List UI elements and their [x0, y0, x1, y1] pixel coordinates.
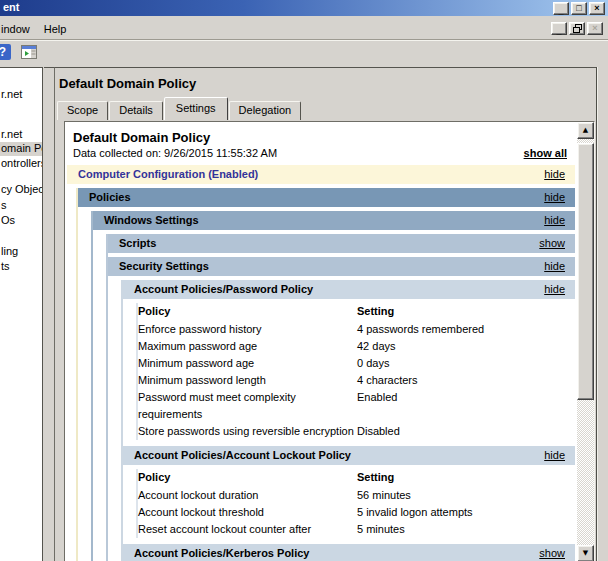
- section-label: Account Policies/Account Lockout Policy: [134, 449, 351, 461]
- section-band-computer-configuration: hideComputer Configuration (Enabled): [67, 165, 575, 184]
- page-title: Default Domain Policy: [59, 76, 196, 91]
- section-toggle-link[interactable]: show: [539, 234, 565, 253]
- policy-cell: Minimum password age: [138, 355, 357, 372]
- tree-item[interactable]: cy Objec: [0, 183, 42, 197]
- policy-cell: Account lockout duration: [138, 487, 357, 504]
- menu-item-help[interactable]: Help: [37, 21, 74, 37]
- policy-cell: 4 characters: [357, 372, 562, 389]
- scroll-up-icon[interactable]: ▲: [577, 122, 594, 139]
- mdi-close-icon[interactable]: ×: [587, 22, 603, 35]
- tab-strip: ScopeDetailsSettingsDelegation: [57, 97, 302, 120]
- column-header: Policy: [138, 303, 357, 321]
- vertical-scrollbar[interactable]: ▲ ▼: [577, 122, 594, 561]
- tree-item[interactable]: r.net: [0, 88, 42, 102]
- policy-cell: Minimum password length: [138, 372, 357, 389]
- policy-row: Minimum password length4 characters: [138, 372, 562, 389]
- policy-row: Reset account lockout counter after5 min…: [138, 521, 562, 538]
- tab-delegation[interactable]: Delegation: [229, 101, 302, 120]
- report-sections: hideComputer Configuration (Enabled)hide…: [67, 165, 575, 561]
- section-toggle-link[interactable]: hide: [544, 446, 565, 465]
- minimize-icon[interactable]: _: [553, 2, 569, 15]
- tree-item[interactable]: omain Po: [0, 142, 42, 156]
- tab-details[interactable]: Details: [109, 101, 163, 120]
- policy-table: PolicySettingEnforce password history4 p…: [138, 303, 562, 440]
- window-controls: _ □ ×: [553, 2, 605, 15]
- section-computer-configuration: hideComputer Configuration (Enabled)hide…: [67, 165, 575, 561]
- policy-table: PolicySettingAccount lockout duration56 …: [138, 469, 562, 538]
- scroll-down-icon[interactable]: ▼: [577, 545, 594, 561]
- tree-item[interactable]: ts: [0, 260, 42, 274]
- section-scripts: showScripts: [108, 234, 575, 253]
- results-pane: Default Domain Policy ScopeDetailsSettin…: [54, 67, 596, 561]
- show-all-link[interactable]: show all: [524, 147, 567, 160]
- column-header: Setting: [357, 469, 562, 487]
- policy-cell: Enforce password history: [138, 321, 357, 338]
- section-toggle-link[interactable]: show: [539, 544, 565, 561]
- report-title: Default Domain Policy: [73, 130, 577, 145]
- column-header: Policy: [138, 469, 357, 487]
- section-label: Windows Settings: [104, 214, 199, 226]
- policy-row: Minimum password age0 days: [138, 355, 562, 372]
- section-label: Security Settings: [119, 260, 209, 272]
- section-band-scripts: showScripts: [108, 234, 575, 253]
- policy-cell: 0 days: [357, 355, 562, 372]
- policy-cell: Store passwords using reversible encrypt…: [138, 423, 357, 440]
- policy-row: Account lockout duration56 minutes: [138, 487, 562, 504]
- mdi-minimize-icon[interactable]: _: [551, 22, 567, 35]
- console-window-icon[interactable]: [21, 44, 38, 62]
- policy-cell: Reset account lockout counter after: [138, 521, 357, 538]
- section-account-policies-kerberos-policy: showAccount Policies/Kerberos Policy: [123, 544, 575, 561]
- section-toggle-link[interactable]: hide: [544, 280, 565, 299]
- policy-cell: 5 invalid logon attempts: [357, 504, 562, 521]
- scrollbar-thumb[interactable]: [577, 143, 594, 400]
- policy-row: Maximum password age42 days: [138, 338, 562, 355]
- section-band-account-policies-kerberos-policy: showAccount Policies/Kerberos Policy: [123, 544, 575, 561]
- settings-report: Default Domain Policy Data collected on:…: [64, 121, 595, 561]
- policy-row: Password must meet complexity requiremen…: [138, 389, 562, 423]
- tree-item[interactable]: Os: [0, 214, 42, 228]
- policy-cell: 5 minutes: [357, 521, 562, 538]
- tab-settings[interactable]: Settings: [164, 97, 228, 120]
- menu-bar: indowHelp _ ×: [0, 16, 608, 40]
- section-toggle-link[interactable]: hide: [544, 211, 565, 230]
- data-collected-text: Data collected on: 9/26/2015 11:55:32 AM: [73, 147, 277, 160]
- section-account-policies-password-policy: hideAccount Policies/Password PolicyPoli…: [123, 280, 575, 440]
- policy-cell: 42 days: [357, 338, 562, 355]
- section-toggle-link[interactable]: hide: [544, 257, 565, 276]
- section-label: Computer Configuration (Enabled): [78, 168, 258, 180]
- tree-item[interactable]: s: [0, 199, 42, 213]
- section-band-windows-settings: hideWindows Settings: [93, 211, 575, 230]
- section-band-account-policies-account-lockout-policy: hideAccount Policies/Account Lockout Pol…: [123, 446, 575, 465]
- section-label: Account Policies/Password Policy: [134, 283, 313, 295]
- section-children: PolicySettingAccount lockout duration56 …: [136, 469, 575, 538]
- policy-cell: Disabled: [357, 423, 562, 440]
- policy-cell: Account lockout threshold: [138, 504, 357, 521]
- section-label: Account Policies/Kerberos Policy: [134, 547, 309, 559]
- title-bar[interactable]: ent _ □ ×: [0, 0, 608, 16]
- section-children: hideWindows SettingsshowScriptshideSecur…: [91, 211, 575, 561]
- tree-item[interactable]: ontrollers: [0, 157, 42, 171]
- menu-item-indow[interactable]: indow: [0, 21, 37, 37]
- tree-item[interactable]: r.net: [0, 128, 42, 142]
- tree-item[interactable]: ling: [0, 245, 42, 259]
- column-header: Setting: [357, 303, 562, 321]
- tab-scope[interactable]: Scope: [57, 101, 108, 120]
- section-security-settings: hideSecurity SettingshideAccount Policie…: [108, 257, 575, 561]
- section-toggle-link[interactable]: hide: [544, 188, 565, 207]
- section-children: hidePolicieshideWindows SettingsshowScri…: [76, 188, 575, 561]
- help-icon[interactable]: ?: [0, 44, 11, 60]
- section-children: showScriptshideSecurity SettingshideAcco…: [106, 234, 575, 561]
- close-icon[interactable]: ×: [589, 2, 605, 15]
- policy-cell: Maximum password age: [138, 338, 357, 355]
- policy-row: Store passwords using reversible encrypt…: [138, 423, 562, 440]
- section-policies: hidePolicieshideWindows SettingsshowScri…: [78, 188, 575, 561]
- policy-cell: Password must meet complexity requiremen…: [138, 389, 357, 423]
- section-toggle-link[interactable]: hide: [544, 165, 565, 184]
- toolbar: ?: [0, 40, 608, 66]
- pane-splitter[interactable]: [44, 67, 54, 561]
- report-meta: Data collected on: 9/26/2015 11:55:32 AM…: [73, 147, 567, 160]
- maximize-icon[interactable]: □: [571, 2, 587, 15]
- policy-cell: 4 passwords remembered: [357, 321, 562, 338]
- mdi-restore-icon[interactable]: [569, 22, 585, 35]
- policy-table-header-row: PolicySetting: [138, 303, 562, 321]
